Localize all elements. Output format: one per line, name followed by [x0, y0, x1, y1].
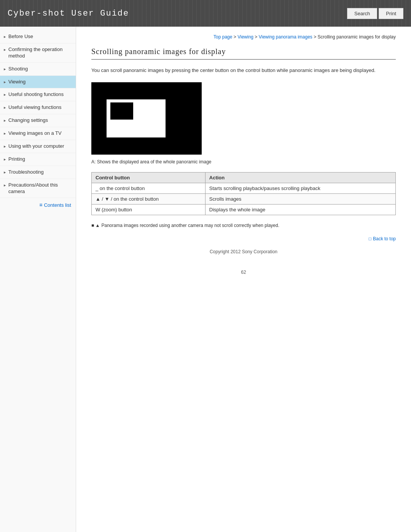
- sidebar-item-changing-settings[interactable]: ▸ Changing settings: [0, 114, 76, 127]
- back-to-top: □ Back to top: [91, 236, 396, 241]
- note: ■ ▲ Panorama images recorded using anoth…: [91, 223, 396, 228]
- sidebar-item-label: Before Use: [8, 34, 71, 40]
- breadcrumb-top-page[interactable]: Top page: [213, 34, 232, 40]
- sidebar-item-label: Precautions/About this camera: [8, 182, 71, 195]
- content-area: Top page > Viewing > Viewing panorama im…: [76, 27, 411, 532]
- sidebar-item-shooting[interactable]: ▸ Shooting: [0, 63, 76, 76]
- breadcrumb-separator-1: >: [234, 34, 237, 40]
- contents-list-link[interactable]: ≡ Contents list: [0, 198, 76, 212]
- sidebar-item-viewing-tv[interactable]: ▸ Viewing images on a TV: [0, 127, 76, 140]
- bullet-icon: ▸: [4, 157, 6, 162]
- sidebar-item-label: Troubleshooting: [8, 169, 71, 176]
- sidebar-item-computer[interactable]: ▸ Using with your computer: [0, 140, 76, 153]
- print-button[interactable]: Print: [379, 8, 403, 19]
- table-row: ▲ / ▼ / on the control button Scrolls im…: [92, 193, 396, 204]
- table-cell-action-3: Displays the whole image: [205, 204, 395, 215]
- bullet-icon: ▸: [4, 79, 6, 85]
- sidebar-item-label: Useful viewing functions: [8, 104, 71, 111]
- bullet-icon: ▸: [4, 118, 6, 123]
- sidebar-item-label: Printing: [8, 156, 71, 163]
- bullet-icon: ▸: [4, 66, 6, 72]
- breadcrumb-separator-3: >: [314, 34, 317, 40]
- back-to-top-icon: □: [369, 236, 371, 241]
- page-title: Scrolling panoramic images for display: [91, 47, 396, 60]
- bullet-icon: ▸: [4, 92, 6, 97]
- sidebar-item-printing[interactable]: ▸ Printing: [0, 153, 76, 166]
- page-number: 62: [91, 270, 396, 275]
- sidebar-item-precautions[interactable]: ▸ Precautions/About this camera: [0, 179, 76, 198]
- table-cell-control-2: ▲ / ▼ / on the control button: [92, 193, 206, 204]
- sidebar-item-confirming[interactable]: ▸ Confirming the operation method: [0, 43, 76, 63]
- sidebar: ▸ Before Use ▸ Confirming the operation …: [0, 27, 76, 532]
- control-table: Control button Action _ on the control b…: [91, 172, 396, 215]
- table-cell-control-3: W (zoom) button: [92, 204, 206, 215]
- bullet-icon: ▸: [4, 169, 6, 175]
- bullet-icon: ▸: [4, 131, 6, 136]
- sidebar-item-label: Using with your computer: [8, 143, 71, 150]
- table-cell-control-1: _ on the control button: [92, 183, 206, 193]
- breadcrumb-viewing[interactable]: Viewing: [237, 34, 253, 40]
- bullet-icon: ▸: [4, 105, 6, 110]
- white-shape: [107, 99, 166, 137]
- back-to-top-label: Back to top: [373, 236, 396, 241]
- sidebar-item-viewing[interactable]: ▸ Viewing: [0, 76, 76, 89]
- bullet-icon: ▸: [4, 34, 6, 39]
- image-caption: A: Shows the displayed area of the whole…: [91, 159, 396, 165]
- table-row: _ on the control button Starts scrolling…: [92, 183, 396, 193]
- table-cell-action-1: Starts scrolling playback/pauses scrolli…: [205, 183, 395, 193]
- sidebar-item-label: Viewing: [8, 79, 71, 85]
- note-icon: ■ ▲: [91, 223, 100, 228]
- sidebar-item-useful-shooting[interactable]: ▸ Useful shooting functions: [0, 88, 76, 101]
- copyright-text: Copyright 2012 Sony Corporation: [91, 249, 396, 254]
- main-layout: ▸ Before Use ▸ Confirming the operation …: [0, 27, 411, 532]
- header-buttons: Search Print: [347, 8, 403, 19]
- table-header-action: Action: [205, 172, 395, 183]
- breadcrumb-viewing-panorama[interactable]: Viewing panorama images: [259, 34, 312, 40]
- table-cell-action-2: Scrolls images: [205, 193, 395, 204]
- site-title: Cyber-shot User Guide: [8, 9, 129, 18]
- bullet-icon: ▸: [4, 47, 6, 52]
- sidebar-item-troubleshooting[interactable]: ▸ Troubleshooting: [0, 166, 76, 179]
- breadcrumb-current: Scrolling panoramic images for display: [318, 34, 396, 40]
- sidebar-item-label: Confirming the operation method: [8, 46, 71, 59]
- black-notch: [110, 102, 133, 120]
- sidebar-item-label: Useful shooting functions: [8, 91, 71, 98]
- contents-list-label: Contents list: [44, 202, 71, 208]
- sidebar-item-before-use[interactable]: ▸ Before Use: [0, 30, 76, 43]
- table-row: W (zoom) button Displays the whole image: [92, 204, 396, 215]
- search-button[interactable]: Search: [347, 8, 377, 19]
- panoramic-image-illustration: [91, 82, 202, 155]
- control-symbol-1: _ on the control button: [96, 185, 145, 191]
- bullet-icon: ▸: [4, 182, 6, 188]
- note-text: Panorama images recorded using another c…: [101, 223, 279, 228]
- header: Cyber-shot User Guide Search Print: [0, 0, 411, 27]
- sidebar-item-label: Changing settings: [8, 117, 71, 124]
- breadcrumb-separator-2: >: [255, 34, 258, 40]
- page-description: You can scroll panoramic images by press…: [91, 67, 396, 75]
- sidebar-item-label: Viewing images on a TV: [8, 130, 71, 137]
- sidebar-item-useful-viewing[interactable]: ▸ Useful viewing functions: [0, 101, 76, 114]
- bullet-icon: ▸: [4, 144, 6, 149]
- sidebar-item-label: Shooting: [8, 66, 71, 72]
- control-symbol-2: ▲ / ▼ / on the control button: [96, 196, 159, 202]
- back-to-top-link[interactable]: □ Back to top: [369, 236, 396, 241]
- list-icon: ≡: [39, 202, 42, 208]
- table-header-control: Control button: [92, 172, 206, 183]
- breadcrumb: Top page > Viewing > Viewing panorama im…: [91, 34, 396, 40]
